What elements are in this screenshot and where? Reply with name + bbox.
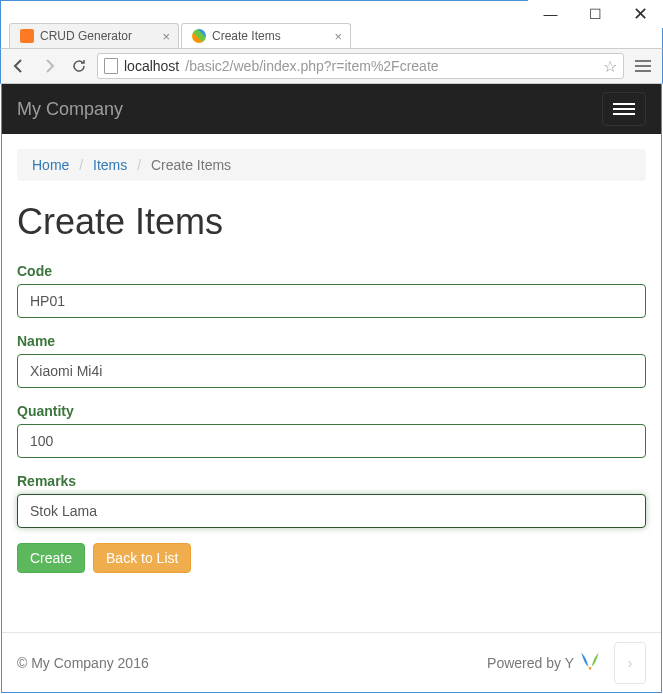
yii-logo-icon xyxy=(576,649,604,677)
navbar-toggle-button[interactable] xyxy=(602,92,646,126)
form-buttons: Create Back to List xyxy=(17,543,646,573)
reload-icon xyxy=(71,58,87,74)
back-button[interactable] xyxy=(7,54,31,78)
app-navbar: My Company xyxy=(2,84,661,134)
footer-powered-by: Powered by Y › xyxy=(487,642,646,684)
window-controls: ― ☐ ✕ xyxy=(528,0,663,28)
tab-crud-generator[interactable]: CRUD Generator × xyxy=(9,23,179,48)
breadcrumb-items[interactable]: Items xyxy=(93,157,127,173)
breadcrumb-separator: / xyxy=(131,157,147,173)
form-group-name: Name xyxy=(17,333,646,388)
close-tab-icon[interactable]: × xyxy=(162,29,170,44)
tab-title: Create Items xyxy=(212,29,281,43)
address-bar[interactable]: localhost/basic2/web/index.php?r=item%2F… xyxy=(97,53,624,79)
page-icon xyxy=(104,58,118,74)
powered-by-text: Powered by Y xyxy=(487,655,574,671)
bookmark-star-icon[interactable]: ☆ xyxy=(603,57,617,76)
form-group-code: Code xyxy=(17,263,646,318)
hamburger-bar-icon xyxy=(613,108,635,110)
page-viewport: My Company Home / Items / Create Items C… xyxy=(1,84,662,693)
arrow-left-icon xyxy=(11,58,27,74)
remarks-field[interactable] xyxy=(17,494,646,528)
navbar-brand[interactable]: My Company xyxy=(17,99,123,120)
xampp-icon xyxy=(20,29,34,43)
page-title: Create Items xyxy=(17,201,646,243)
footer-copyright: © My Company 2016 xyxy=(17,655,149,671)
name-field[interactable] xyxy=(17,354,646,388)
arrow-right-icon xyxy=(41,58,57,74)
breadcrumb-separator: / xyxy=(73,157,89,173)
maximize-button[interactable]: ☐ xyxy=(573,0,618,28)
name-label: Name xyxy=(17,333,646,349)
tab-create-items[interactable]: Create Items × xyxy=(181,23,351,48)
remarks-label: Remarks xyxy=(17,473,646,489)
forward-button[interactable] xyxy=(37,54,61,78)
quantity-field[interactable] xyxy=(17,424,646,458)
breadcrumb-home[interactable]: Home xyxy=(32,157,69,173)
breadcrumb: Home / Items / Create Items xyxy=(17,149,646,181)
url-host: localhost xyxy=(124,58,179,74)
tab-title: CRUD Generator xyxy=(40,29,132,43)
code-label: Code xyxy=(17,263,646,279)
close-tab-icon[interactable]: × xyxy=(334,29,342,44)
breadcrumb-current: Create Items xyxy=(151,157,231,173)
yii-icon xyxy=(192,29,206,43)
browser-menu-button[interactable] xyxy=(630,53,656,79)
form-group-quantity: Quantity xyxy=(17,403,646,458)
hamburger-icon xyxy=(635,60,651,72)
close-window-button[interactable]: ✕ xyxy=(618,0,663,28)
debug-toolbar-toggle[interactable]: › xyxy=(614,642,646,684)
browser-toolbar: localhost/basic2/web/index.php?r=item%2F… xyxy=(0,48,663,84)
create-button[interactable]: Create xyxy=(17,543,85,573)
url-path: /basic2/web/index.php?r=item%2Fcreate xyxy=(185,58,438,74)
hamburger-bar-icon xyxy=(613,113,635,115)
minimize-button[interactable]: ― xyxy=(528,0,573,28)
code-field[interactable] xyxy=(17,284,646,318)
page-content: Home / Items / Create Items Create Items… xyxy=(2,134,661,588)
back-to-list-button[interactable]: Back to List xyxy=(93,543,191,573)
hamburger-bar-icon xyxy=(613,103,635,105)
page-footer: © My Company 2016 Powered by Y › xyxy=(2,632,661,692)
reload-button[interactable] xyxy=(67,54,91,78)
form-group-remarks: Remarks xyxy=(17,473,646,528)
quantity-label: Quantity xyxy=(17,403,646,419)
